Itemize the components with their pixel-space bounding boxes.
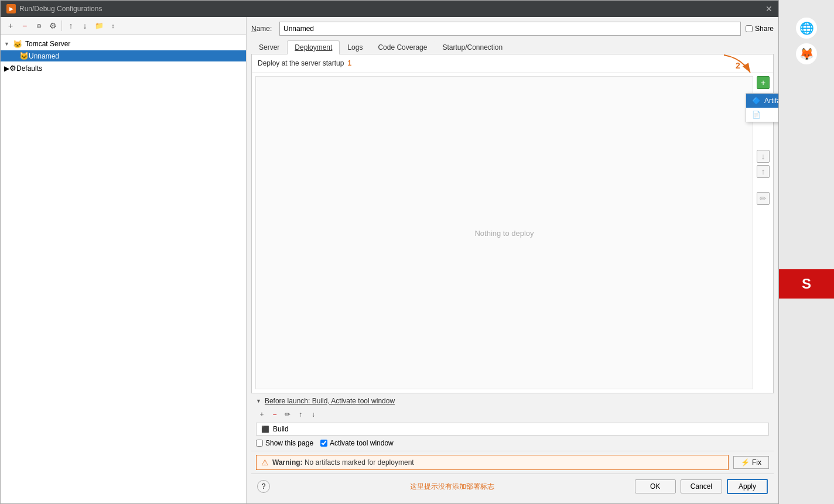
- tab-logs[interactable]: Logs: [340, 40, 370, 54]
- activate-tool-option: Activate tool window: [320, 439, 394, 447]
- launch-down-button[interactable]: ↓: [307, 409, 319, 420]
- show-page-label: Show this page: [265, 439, 313, 447]
- before-launch-label: Before launch: Build, Activate tool wind…: [265, 397, 395, 405]
- wps-strip: S: [779, 269, 834, 299]
- launch-remove-button[interactable]: −: [269, 409, 281, 420]
- cancel-label: Cancel: [691, 482, 712, 491]
- tab-content-deployment: Deploy at the server startup 1 Nothing t…: [251, 54, 774, 393]
- title-bar: ▶ Run/Debug Configurations ✕: [1, 1, 778, 17]
- edit-artifact-button[interactable]: ✏: [757, 192, 770, 205]
- tab-content-wrapper: Server Deployment Logs Code Coverage Sta…: [251, 40, 774, 474]
- tree-item-tomcat[interactable]: ▼ 🐱 Tomcat Server: [1, 37, 246, 50]
- share-row: Share: [746, 25, 774, 33]
- dialog-icon: ▶: [6, 4, 16, 13]
- warning-content: ⚠ Warning: No artifacts marked for deplo…: [256, 455, 729, 470]
- firefox-icon: 🦊: [796, 43, 817, 64]
- warning-icon: ⚠: [261, 458, 269, 467]
- external-source-option[interactable]: 📄 External Source...: [746, 108, 778, 122]
- artifact-label: Artifact...: [764, 97, 778, 105]
- external-source-icon: 📄: [752, 111, 761, 119]
- red-arrow-svg: [718, 49, 753, 78]
- footer: ? 这里提示没有添加部署标志 OK Cancel Apply: [251, 474, 774, 499]
- build-label: Build: [273, 425, 289, 433]
- tabs-row: Server Deployment Logs Code Coverage Sta…: [251, 40, 774, 54]
- defaults-expand-icon: ▶: [4, 64, 9, 73]
- apply-label: Apply: [739, 482, 756, 491]
- launch-add-button[interactable]: +: [256, 409, 268, 420]
- footer-annotation: 这里提示没有添加部署标志: [275, 482, 630, 492]
- ok-button[interactable]: OK: [635, 479, 676, 493]
- options-row: Show this page Activate tool window: [256, 439, 769, 447]
- right-panel: Name: Unnamed Share Server Deployment: [247, 17, 778, 503]
- tree-item-unnamed[interactable]: 🐱 Unnamed: [1, 50, 246, 61]
- cancel-button[interactable]: Cancel: [681, 479, 722, 493]
- external-source-label: External Source...: [764, 111, 778, 119]
- activate-tool-checkbox[interactable]: [320, 440, 327, 447]
- build-icon: ⬛: [261, 426, 269, 433]
- defaults-label: Defaults: [16, 64, 42, 73]
- move-down-button[interactable]: ↓: [78, 19, 91, 32]
- dialog-body: + − ⊕ ⚙ ↑ ↓ 📁 ↕ ▼ 🐱 Tomcat Server 🐱 Unna…: [1, 17, 778, 503]
- launch-up-button[interactable]: ↑: [295, 409, 306, 420]
- tab-startup-connection[interactable]: Startup/Connection: [435, 40, 510, 54]
- tab-server[interactable]: Server: [251, 40, 287, 54]
- show-page-checkbox[interactable]: [256, 440, 263, 447]
- name-input[interactable]: Unnamed: [279, 22, 741, 36]
- deploy-header: Deploy at the server startup 1: [252, 54, 773, 73]
- move-up-artifact-button[interactable]: ↑: [757, 165, 770, 178]
- fix-button[interactable]: ⚡ Fix: [733, 456, 769, 469]
- fix-label: Fix: [752, 458, 761, 467]
- left-panel: + − ⊕ ⚙ ↑ ↓ 📁 ↕ ▼ 🐱 Tomcat Server 🐱 Unna…: [1, 17, 247, 503]
- copy-config-button[interactable]: ⊕: [32, 19, 45, 32]
- deploy-area: Nothing to deploy 2: [252, 73, 773, 393]
- deploy-list: Nothing to deploy: [255, 76, 753, 389]
- move-down-artifact-button[interactable]: ↓: [757, 150, 770, 163]
- expand-icon: ▼: [4, 41, 12, 47]
- deploy-sidebar: 2 +: [753, 73, 773, 393]
- activate-tool-label: Activate tool window: [330, 439, 394, 447]
- title-bar-left: ▶ Run/Debug Configurations: [6, 4, 102, 13]
- tab-code-coverage[interactable]: Code Coverage: [370, 40, 435, 54]
- wps-label: S: [802, 276, 811, 292]
- chrome-icon: 🌐: [796, 18, 817, 39]
- defaults-icon: ⚙: [9, 64, 16, 73]
- name-label: Name:: [251, 25, 275, 33]
- close-button[interactable]: ✕: [765, 4, 773, 13]
- tomcat-server-label: Tomcat Server: [25, 40, 70, 48]
- sort-button[interactable]: ↕: [107, 19, 119, 32]
- deploy-header-label: Deploy at the server startup: [258, 59, 344, 67]
- before-launch-section: ▼ Before launch: Build, Activate tool wi…: [251, 393, 774, 451]
- share-label: Share: [755, 25, 774, 33]
- warning-label: Warning:: [272, 458, 303, 467]
- left-toolbar: + − ⊕ ⚙ ↑ ↓ 📁 ↕: [1, 17, 246, 35]
- artifact-option[interactable]: 🔷 Artifact...: [746, 94, 778, 108]
- show-page-option: Show this page: [256, 439, 313, 447]
- settings-config-button[interactable]: ⚙: [46, 19, 59, 32]
- right-browser-strip: 🌐 🦊: [779, 0, 834, 504]
- fix-icon: ⚡: [741, 458, 750, 467]
- remove-config-button[interactable]: −: [18, 19, 31, 32]
- apply-button[interactable]: Apply: [727, 479, 768, 494]
- dropdown-menu: 🔷 Artifact... 📄 External Source...: [746, 93, 778, 122]
- launch-edit-button[interactable]: ✏: [282, 409, 293, 420]
- nothing-to-deploy: Nothing to deploy: [474, 228, 534, 237]
- add-icon: +: [761, 78, 765, 87]
- tomcat-icon: 🐱: [12, 39, 23, 49]
- warning-bar: ⚠ Warning: No artifacts marked for deplo…: [251, 451, 774, 474]
- add-config-button[interactable]: +: [4, 19, 17, 32]
- dialog-title: Run/Debug Configurations: [19, 5, 102, 13]
- name-row: Name: Unnamed Share: [251, 22, 774, 36]
- share-checkbox[interactable]: [746, 25, 753, 32]
- run-debug-dialog: ▶ Run/Debug Configurations ✕ + − ⊕ ⚙ ↑ ↓…: [0, 0, 779, 504]
- tab-deployment[interactable]: Deployment: [287, 40, 340, 54]
- tree-item-defaults[interactable]: ▶ ⚙ Defaults: [1, 63, 246, 74]
- artifact-item-icon: 🔷: [752, 97, 761, 105]
- help-button[interactable]: ?: [257, 480, 270, 493]
- before-launch-header: ▼ Before launch: Build, Activate tool wi…: [256, 397, 769, 405]
- toolbar-divider-1: [61, 20, 62, 31]
- add-artifact-button[interactable]: + 🔷 Artifact... 📄 External: [757, 76, 770, 89]
- collapse-icon[interactable]: ▼: [256, 398, 261, 404]
- warning-text: Warning: No artifacts marked for deploym…: [272, 458, 414, 467]
- move-up-button[interactable]: ↑: [64, 19, 77, 32]
- folder-button[interactable]: 📁: [93, 19, 105, 32]
